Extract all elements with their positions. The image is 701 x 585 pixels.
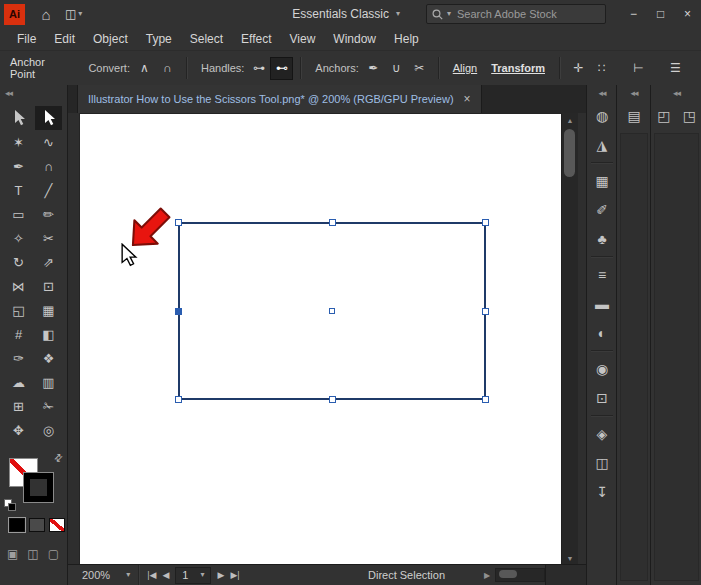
vertical-scroll-thumb[interactable] xyxy=(564,129,575,177)
blend-tool[interactable]: ❖ xyxy=(35,346,62,370)
symbol-sprayer-tool[interactable]: ☁ xyxy=(5,370,32,394)
selection-handle-bottom-left[interactable] xyxy=(175,396,182,403)
menu-select[interactable]: Select xyxy=(181,32,232,46)
pen-tool[interactable]: ✒ xyxy=(5,154,32,178)
workspace-selector[interactable]: Essentials Classic ▾ xyxy=(284,7,408,21)
menu-type[interactable]: Type xyxy=(137,32,181,46)
last-artboard-button[interactable]: ▶| xyxy=(230,570,239,580)
dock-collapse-icon[interactable]: ◂◂ xyxy=(651,85,701,101)
selection-handle-bottom-right[interactable] xyxy=(482,396,489,403)
tab-close-icon[interactable]: × xyxy=(464,92,471,106)
color-panel-icon[interactable]: ◍ xyxy=(587,101,617,130)
graphic-styles-panel-icon[interactable]: ⊡ xyxy=(587,383,617,412)
paintbrush-tool[interactable]: ✏ xyxy=(35,202,62,226)
default-fill-stroke-icon[interactable] xyxy=(4,499,17,512)
canvas-viewport[interactable]: ▲ ▼ xyxy=(68,113,586,565)
appearance-panel-icon[interactable]: ◉ xyxy=(587,354,617,383)
artboards-panel-icon[interactable]: ◫ xyxy=(587,448,617,477)
align-button[interactable]: Align xyxy=(453,62,477,74)
panel-menu-icon[interactable]: ☰ xyxy=(664,57,687,80)
artboard-number-field[interactable]: 1 ▾ xyxy=(175,567,211,584)
brushes-panel-icon[interactable]: ✐ xyxy=(587,195,617,224)
menu-edit[interactable]: Edit xyxy=(45,32,84,46)
hand-tool[interactable]: ✥ xyxy=(5,418,32,442)
free-transform-widget-icon[interactable]: ✛ xyxy=(567,57,590,80)
selection-handle-bottom-center[interactable] xyxy=(329,396,336,403)
menu-object[interactable]: Object xyxy=(84,32,137,46)
eyedropper-tool[interactable]: ✑ xyxy=(5,346,32,370)
selection-handle-mid-left[interactable] xyxy=(175,308,182,315)
dock-collapse-icon[interactable]: ◂◂ xyxy=(587,85,617,101)
horizontal-scrollbar[interactable] xyxy=(495,568,545,582)
swap-fill-stroke-icon[interactable]: ⇄ xyxy=(51,451,65,465)
hide-handles-icon[interactable]: ⊷ xyxy=(270,57,293,80)
free-transform-tool[interactable]: ⊡ xyxy=(35,274,62,298)
selection-handle-mid-right[interactable] xyxy=(482,308,489,315)
draw-modes-icon[interactable]: ◫ xyxy=(27,547,38,561)
type-tool[interactable]: T xyxy=(5,178,32,202)
libraries-panel-icon[interactable]: ▤ xyxy=(622,101,646,130)
show-handles-icon[interactable]: ⊶ xyxy=(247,57,270,80)
distribute-icon[interactable]: ⊢ xyxy=(627,57,650,80)
dock-collapse-icon[interactable]: ◂◂ xyxy=(617,85,651,101)
menu-help[interactable]: Help xyxy=(385,32,428,46)
horizontal-scroll-thumb[interactable] xyxy=(499,570,517,578)
color-button[interactable] xyxy=(9,518,25,532)
scroll-up-icon[interactable]: ▲ xyxy=(562,113,578,127)
tools-collapse-icon[interactable]: ◂◂ xyxy=(0,85,67,101)
selection-handle-top-right[interactable] xyxy=(482,219,489,226)
line-segment-tool[interactable]: ╱ xyxy=(35,178,62,202)
symbols-panel-icon[interactable]: ♣ xyxy=(587,224,617,253)
search-input[interactable] xyxy=(455,7,600,21)
change-screen-mode-icon[interactable]: ▢ xyxy=(48,547,59,561)
color-guide-panel-icon[interactable]: ◮ xyxy=(587,130,617,159)
document-tab[interactable]: Illustrator How to Use the Scissors Tool… xyxy=(77,85,482,113)
connect-anchors-icon[interactable]: ∪ xyxy=(385,57,408,80)
home-icon[interactable]: ⌂ xyxy=(33,1,59,27)
transform-button[interactable]: Transform xyxy=(491,62,545,74)
shape-builder-tool[interactable]: ◱ xyxy=(5,298,32,322)
layers-panel-icon[interactable]: ◈ xyxy=(587,419,617,448)
previous-artboard-button[interactable]: ◀ xyxy=(162,570,169,580)
column-graph-tool[interactable]: ▥ xyxy=(35,370,62,394)
menu-view[interactable]: View xyxy=(281,32,325,46)
scale-tool[interactable]: ⇗ xyxy=(35,250,62,274)
vertical-scrollbar[interactable]: ▲ ▼ xyxy=(561,113,578,565)
convert-smooth-icon[interactable]: ∩ xyxy=(156,57,179,80)
workspace-grid-button[interactable]: ◫ ▾ xyxy=(59,7,88,21)
transparency-panel-icon[interactable]: ◐ xyxy=(587,318,617,347)
normal-screen-mode-icon[interactable]: ▣ xyxy=(7,547,18,561)
zoom-tool[interactable]: ◎ xyxy=(35,418,62,442)
selection-tool[interactable] xyxy=(5,106,32,130)
remove-anchors-icon[interactable]: ✒ xyxy=(362,57,385,80)
width-tool[interactable]: ⋈ xyxy=(5,274,32,298)
menu-effect[interactable]: Effect xyxy=(232,32,280,46)
none-button[interactable] xyxy=(49,518,65,532)
gradient-panel-icon[interactable]: ▬ xyxy=(587,289,617,318)
direct-selection-tool[interactable] xyxy=(35,106,62,130)
scroll-down-icon[interactable]: ▼ xyxy=(562,551,578,565)
rectangle-tool[interactable]: ▭ xyxy=(5,202,32,226)
rotate-tool[interactable]: ↻ xyxy=(5,250,32,274)
gradient-tool[interactable]: ◧ xyxy=(35,322,62,346)
selected-rectangle[interactable] xyxy=(178,222,486,400)
dots-grid-icon[interactable]: ∷ xyxy=(590,57,613,80)
shaper-tool[interactable]: ✧ xyxy=(5,226,32,250)
close-button[interactable]: × xyxy=(674,1,701,27)
selection-handle-top-center[interactable] xyxy=(329,219,336,226)
slice-tool[interactable]: ✁ xyxy=(35,394,62,418)
scroll-right-icon[interactable]: ▶ xyxy=(479,565,495,585)
convert-corner-icon[interactable]: ∧ xyxy=(133,57,156,80)
magic-wand-tool[interactable]: ✶ xyxy=(5,130,32,154)
cut-path-icon[interactable]: ✂ xyxy=(408,57,431,80)
menu-window[interactable]: Window xyxy=(324,32,385,46)
maximize-button[interactable]: □ xyxy=(647,1,674,27)
next-artboard-button[interactable]: ▶ xyxy=(217,570,224,580)
artboard-tool[interactable]: ⊞ xyxy=(5,394,32,418)
stroke-swatch-black[interactable] xyxy=(24,473,53,502)
mesh-tool[interactable]: # xyxy=(5,322,32,346)
first-artboard-button[interactable]: |◀ xyxy=(147,570,156,580)
properties-panel-icon[interactable]: ◰ xyxy=(652,101,676,130)
scissors-tool[interactable]: ✂ xyxy=(35,226,62,250)
cc-libraries-panel-icon[interactable]: ◳ xyxy=(677,101,701,130)
